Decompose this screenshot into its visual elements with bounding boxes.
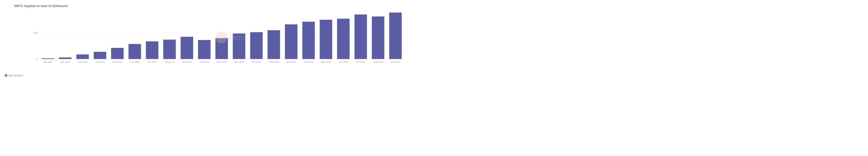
chart-container: WBTC Supplied on Aave V3 (Ethereum) Dune… (0, 0, 434, 78)
x-axis-label: Sep 2023 (182, 61, 192, 63)
svg-text:20k: 20k (34, 31, 38, 34)
attribution-text: @jacobrizzuto (8, 74, 23, 77)
bar[interactable] (129, 44, 141, 59)
bar[interactable] (337, 19, 350, 59)
x-axis-label: Jun 2024 (339, 61, 348, 63)
x-axis-label: Feb 2024 (269, 61, 279, 63)
bar[interactable] (198, 40, 211, 59)
bar[interactable] (59, 58, 71, 59)
x-axis-label: Aug 2024 (373, 61, 383, 63)
x-axis-label: Feb 2023 (60, 61, 70, 63)
x-axis-label: Mar 2023 (78, 61, 87, 63)
x-axis-label: May 2024 (321, 61, 331, 63)
bar[interactable] (76, 55, 89, 59)
chart-title: WBTC Supplied on Aave V3 (Ethereum) (14, 4, 429, 8)
x-axis-label: Sep 2024 (391, 61, 400, 63)
svg-text:0: 0 (36, 58, 37, 60)
bar[interactable] (372, 17, 384, 59)
bar[interactable] (111, 48, 124, 59)
x-axis-label: Jan 2023 (43, 61, 53, 63)
attribution-dot (5, 74, 7, 77)
bar[interactable] (42, 58, 54, 59)
x-axis-label: Jul 2023 (148, 61, 157, 63)
x-axis-label: Aug 2023 (165, 61, 175, 63)
x-axis-label: Dec 2023 (234, 61, 244, 63)
bar[interactable] (320, 20, 332, 59)
bar[interactable] (354, 14, 367, 59)
x-axis-label: Mar 2024 (286, 61, 296, 63)
x-axis-label: May 2023 (113, 61, 123, 63)
x-axis-label: Jul 2024 (356, 61, 365, 63)
bar[interactable] (163, 39, 176, 59)
x-axis-label: Jun 2023 (130, 61, 139, 63)
bar[interactable] (181, 37, 193, 59)
bar[interactable] (94, 52, 106, 59)
chart-area: Dune 020kJan 2023Feb 2023Mar 2023Apr 202… (14, 9, 429, 65)
bar[interactable] (268, 30, 280, 59)
x-axis-label: Jan 2024 (252, 61, 261, 63)
bar[interactable] (146, 41, 158, 59)
x-axis-label: Nov 2023 (217, 61, 227, 63)
bar[interactable] (233, 34, 245, 59)
bar[interactable] (285, 24, 298, 59)
bar-chart-svg: 020kJan 2023Feb 2023Mar 2023Apr 2023May … (14, 9, 429, 65)
bar[interactable] (389, 12, 402, 59)
attribution: @jacobrizzuto (5, 74, 23, 77)
bar[interactable] (216, 38, 228, 59)
bar[interactable] (302, 22, 315, 59)
x-axis-label: Apr 2023 (95, 61, 104, 63)
bar[interactable] (250, 32, 263, 59)
x-axis-label: Oct 2023 (199, 61, 209, 63)
x-axis-label: Apr 2024 (304, 61, 313, 63)
